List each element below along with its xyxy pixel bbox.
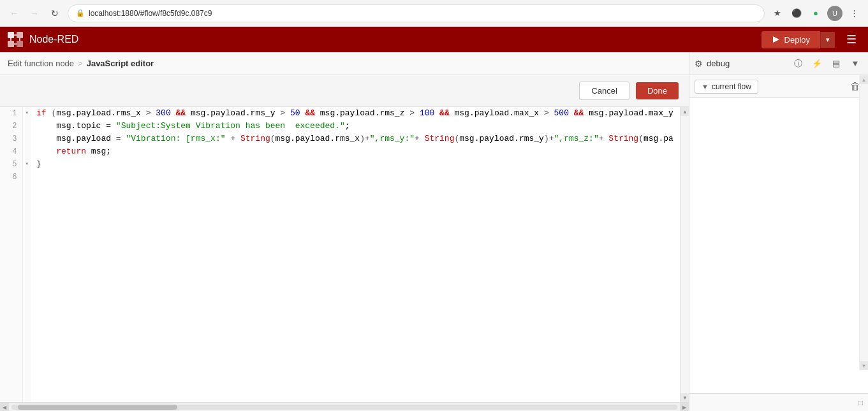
scroll-track <box>11 405 677 410</box>
refresh-button[interactable]: ↻ <box>47 6 63 21</box>
code-line-1: if (msg.payload.rms_x > 300 && msg.paylo… <box>31 107 680 120</box>
table-row: 1 ▾ if (msg.payload.rms_x > 300 && msg.p… <box>0 107 680 120</box>
right-vscroll-down[interactable]: ▼ <box>860 361 868 370</box>
extension-2[interactable]: ● <box>808 6 823 21</box>
deploy-dropdown-arrow[interactable]: ▾ <box>820 32 835 48</box>
code-line-5: } <box>31 158 680 171</box>
bookmark-button[interactable]: ★ <box>770 6 785 21</box>
debug-chart-button[interactable]: ▤ <box>828 56 844 71</box>
right-vscroll-track <box>860 84 868 361</box>
nr-logo: Node-RED <box>6 31 78 48</box>
code-line-6 <box>31 171 680 184</box>
vscroll-track <box>680 116 689 393</box>
scroll-arrow-right[interactable]: ▶ <box>680 403 689 411</box>
scroll-arrow-left[interactable]: ◀ <box>0 403 9 411</box>
code-line-2: msg.topic = "Subject:System Vibration ha… <box>31 120 680 133</box>
browser-menu[interactable]: ⋮ <box>846 6 862 21</box>
code-line-3: msg.payload = "Vibration: [rms_x:" + Str… <box>31 133 680 145</box>
vscroll-up-arrow[interactable]: ▲ <box>680 107 689 116</box>
debug-panel-title: debug <box>707 59 786 68</box>
debug-info-button[interactable]: ⓘ <box>790 56 805 71</box>
debug-content <box>689 98 868 393</box>
fold-5[interactable]: ▾ <box>22 158 31 171</box>
right-panel-vscrollbar[interactable]: ▲ ▼ <box>859 75 868 370</box>
breadcrumb: Edit function node > JavaScript editor <box>0 52 689 75</box>
fold-4 <box>22 145 31 158</box>
table-row: 4 return msg; <box>0 145 680 158</box>
debug-panel-icon: ⚙ <box>695 59 703 69</box>
debug-node-button[interactable]: ⚡ <box>809 56 825 71</box>
vscroll-down-arrow[interactable]: ▼ <box>680 393 689 402</box>
forward-button[interactable]: → <box>27 6 42 21</box>
svg-rect-3 <box>17 41 23 47</box>
current-flow-label: current flow <box>712 82 751 91</box>
breadcrumb-separator: > <box>78 59 83 68</box>
table-row: 3 msg.payload = "Vibration: [rms_x:" + S… <box>0 133 680 145</box>
lock-icon: 🔒 <box>76 9 85 17</box>
expand-icon[interactable]: □ <box>858 398 863 407</box>
scroll-thumb[interactable] <box>18 405 177 410</box>
fold-3 <box>22 133 31 145</box>
code-line-4: return msg; <box>31 145 680 158</box>
extension-1[interactable]: ⚫ <box>789 6 804 21</box>
debug-header: ⚙ debug ⓘ ⚡ ▤ ▼ <box>689 52 868 75</box>
line-number-6: 6 <box>0 171 22 184</box>
svg-marker-8 <box>773 36 779 43</box>
line-number-3: 3 <box>0 133 22 145</box>
right-panel-bottom: □ <box>689 393 868 411</box>
current-flow-button[interactable]: ▼ current flow <box>695 80 758 94</box>
nr-header: Node-RED Deploy ▾ ☰ <box>0 27 868 52</box>
profile-icon[interactable]: U <box>827 6 842 21</box>
table-row: 6 <box>0 171 680 184</box>
editor-toolbar: Cancel Done <box>0 75 689 107</box>
breadcrumb-current: JavaScript editor <box>87 59 154 68</box>
debug-toolbar: ▼ current flow 🗑 <box>689 75 868 98</box>
debug-dropdown-button[interactable]: ▼ <box>848 56 863 71</box>
fold-6 <box>22 171 31 184</box>
fold-1[interactable]: ▾ <box>22 107 31 120</box>
done-button[interactable]: Done <box>636 82 679 99</box>
line-number-2: 2 <box>0 120 22 133</box>
deploy-group: Deploy ▾ <box>761 31 835 48</box>
hamburger-menu[interactable]: ☰ <box>841 29 862 50</box>
line-number-1: 1 <box>0 107 22 120</box>
line-number-4: 4 <box>0 145 22 158</box>
main-layout: Edit function node > JavaScript editor C… <box>0 52 868 411</box>
deploy-button[interactable]: Deploy <box>761 31 820 48</box>
breadcrumb-parent[interactable]: Edit function node <box>8 59 74 68</box>
table-row: 2 msg.topic = "Subject:System Vibration … <box>0 120 680 133</box>
deploy-icon <box>772 35 781 44</box>
address-bar[interactable]: 🔒 localhost:1880/#flow/f8c5fd9c.087c9 <box>68 4 765 22</box>
debug-panel: ⚙ debug ⓘ ⚡ ▤ ▼ ▼ current flow 🗑 □ ▲ ▼ <box>689 52 868 411</box>
filter-icon: ▼ <box>702 83 709 90</box>
browser-chrome: ← → ↻ 🔒 localhost:1880/#flow/f8c5fd9c.08… <box>0 0 868 27</box>
editor-panel: Edit function node > JavaScript editor C… <box>0 52 689 411</box>
code-editor[interactable]: 1 ▾ if (msg.payload.rms_x > 300 && msg.p… <box>0 107 680 402</box>
line-number-5: 5 <box>0 158 22 171</box>
code-table: 1 ▾ if (msg.payload.rms_x > 300 && msg.p… <box>0 107 680 402</box>
back-button[interactable]: ← <box>6 6 22 21</box>
nr-logo-svg <box>6 31 24 48</box>
fold-2 <box>22 120 31 133</box>
svg-rect-0 <box>8 32 14 38</box>
cancel-button[interactable]: Cancel <box>579 82 629 100</box>
svg-rect-1 <box>17 32 23 38</box>
line-number-empty <box>0 184 22 402</box>
editor-vscrollbar[interactable]: ▲ ▼ <box>680 107 689 402</box>
table-row: 5 ▾ } <box>0 158 680 171</box>
code-editor-wrapper: 1 ▾ if (msg.payload.rms_x > 300 && msg.p… <box>0 107 689 411</box>
right-vscroll-up[interactable]: ▲ <box>860 75 868 84</box>
url-text: localhost:1880/#flow/f8c5fd9c.087c9 <box>89 9 212 18</box>
svg-rect-2 <box>8 41 14 47</box>
nr-logo-text: Node-RED <box>29 34 78 45</box>
hscrollbar[interactable]: ◀ ▶ <box>0 402 689 411</box>
browser-actions: ★ ⚫ ● U ⋮ <box>770 6 862 21</box>
